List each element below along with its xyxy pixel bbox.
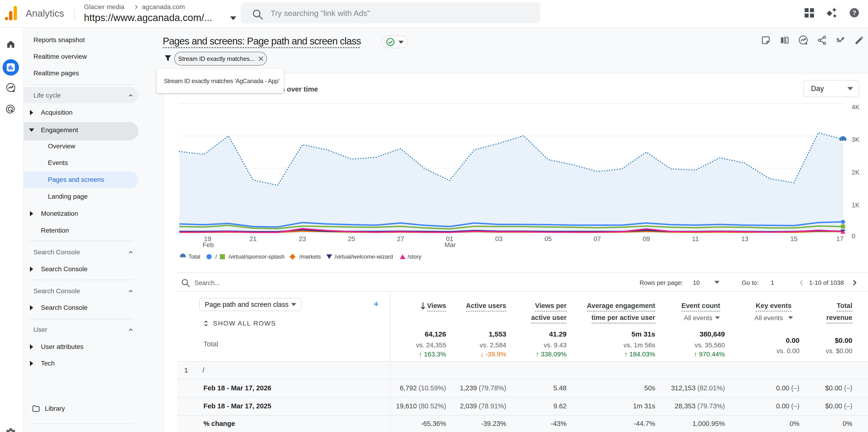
svg-text:?: ? <box>852 9 856 17</box>
